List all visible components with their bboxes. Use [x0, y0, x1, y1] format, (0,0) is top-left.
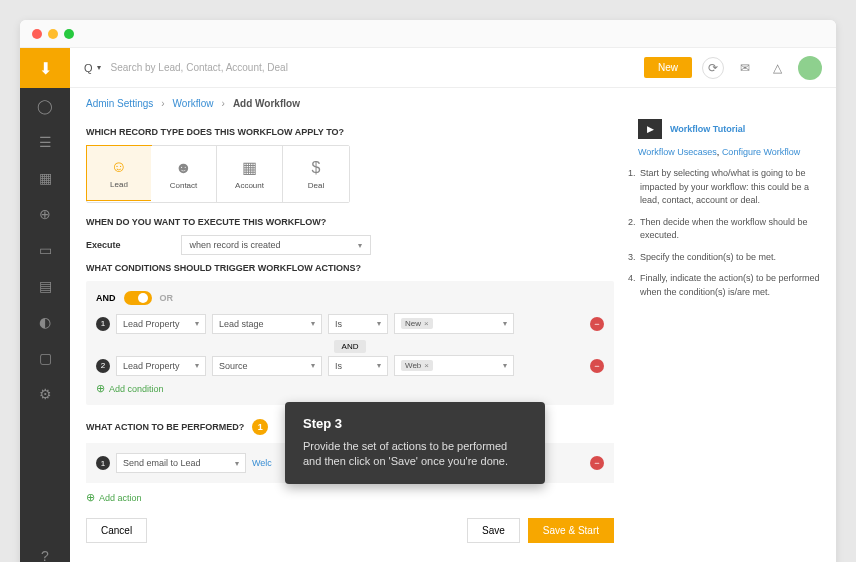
cond-prop-select[interactable]: Lead Property [116, 356, 206, 376]
record-type-contact[interactable]: ☻Contact [151, 146, 217, 202]
min-dot[interactable] [48, 29, 58, 39]
cond-op-select[interactable]: Is [328, 356, 388, 376]
cond-field-select[interactable]: Lead stage [212, 314, 322, 334]
cond-field-select[interactable]: Source [212, 356, 322, 376]
nav-help-icon[interactable]: ? [20, 538, 70, 562]
cancel-button[interactable]: Cancel [86, 518, 147, 543]
add-condition-link[interactable]: Add condition [96, 382, 604, 395]
record-type-account[interactable]: ▦Account [217, 146, 283, 202]
delete-condition-button[interactable]: − [590, 359, 604, 373]
condition-join: AND [334, 340, 367, 353]
new-button[interactable]: New [644, 57, 692, 78]
help-step: Then decide when the workflow should be … [638, 216, 820, 243]
or-label: OR [160, 293, 174, 303]
record-type-deal[interactable]: $Deal [283, 146, 349, 202]
help-step: Finally, indicate the action(s) to be pe… [638, 272, 820, 299]
close-dot[interactable] [32, 29, 42, 39]
nav-analytics-icon[interactable]: ◐ [20, 304, 70, 340]
tutorial-link[interactable]: Workflow Tutorial [670, 124, 745, 134]
condition-row-1: 1 Lead Property Lead stage Is New − [96, 313, 604, 334]
and-label: AND [96, 293, 116, 303]
configure-link[interactable]: Configure Workflow [722, 147, 800, 157]
add-action-link[interactable]: Add action [86, 491, 614, 504]
record-type-selector: ☺Lead ☻Contact ▦Account $Deal [86, 145, 350, 203]
delete-condition-button[interactable]: − [590, 317, 604, 331]
onboarding-tooltip: Step 3 Provide the set of actions to be … [285, 402, 545, 484]
cond-val-select[interactable]: New [394, 313, 514, 334]
quick-menu[interactable]: Q▾ [84, 62, 101, 74]
nav-display-icon[interactable]: ▢ [20, 340, 70, 376]
mail-icon[interactable]: ✉ [734, 57, 756, 79]
app-logo[interactable]: ⬇ [20, 48, 70, 88]
usecases-link[interactable]: Workflow Usecases [638, 147, 717, 157]
max-dot[interactable] [64, 29, 74, 39]
user-avatar[interactable] [798, 56, 822, 80]
lead-icon: ☺ [111, 158, 127, 176]
condition-number: 1 [96, 317, 110, 331]
nav-settings-icon[interactable]: ⚙ [20, 376, 70, 412]
section-execute: WHEN DO YOU WANT TO EXECUTE THIS WORKFLO… [86, 217, 614, 227]
action-type-select[interactable]: Send email to Lead [116, 453, 246, 473]
side-navigation: ⬇ ◯ ☰ ▦ ⊕ ▭ ▤ ◐ ▢ ⚙ ? [20, 48, 70, 562]
nav-accounts-icon[interactable]: ▦ [20, 160, 70, 196]
refresh-icon[interactable]: ⟳ [702, 57, 724, 79]
breadcrumb-current: Add Workflow [233, 98, 300, 109]
breadcrumb: Admin Settings › Workflow › Add Workflow [70, 88, 836, 119]
cond-val-select[interactable]: Web [394, 355, 514, 376]
help-sidebar: ▶ Workflow Tutorial Workflow Usecases, C… [630, 119, 820, 562]
condition-number: 2 [96, 359, 110, 373]
top-bar: Q▾ Search by Lead, Contact, Account, Dea… [70, 48, 836, 88]
execute-select[interactable]: when record is created [181, 235, 371, 255]
nav-user-icon[interactable]: ◯ [20, 88, 70, 124]
action-step-badge: 1 [252, 419, 268, 435]
deal-icon: $ [312, 159, 321, 177]
nav-deals-icon[interactable]: ⊕ [20, 196, 70, 232]
cond-prop-select[interactable]: Lead Property [116, 314, 206, 334]
execute-label: Execute [86, 240, 121, 250]
contact-icon: ☻ [175, 159, 192, 177]
action-number: 1 [96, 456, 110, 470]
nav-contacts-icon[interactable]: ☰ [20, 124, 70, 160]
delete-action-button[interactable]: − [590, 456, 604, 470]
save-start-button[interactable]: Save & Start [528, 518, 614, 543]
window-titlebar [20, 20, 836, 48]
section-conditions: WHAT CONDITIONS SHOULD TRIGGER WORKFLOW … [86, 263, 614, 273]
account-icon: ▦ [242, 158, 257, 177]
section-actions: WHAT ACTION TO BE PERFORMED? [86, 422, 244, 432]
section-record-type: WHICH RECORD TYPE DOES THIS WORKFLOW APP… [86, 127, 614, 137]
chevron-right-icon: › [222, 98, 225, 109]
chevron-right-icon: › [161, 98, 164, 109]
search-input[interactable]: Search by Lead, Contact, Account, Deal [111, 62, 634, 73]
play-icon[interactable]: ▶ [638, 119, 662, 139]
and-or-toggle[interactable] [124, 291, 152, 305]
tooltip-body: Provide the set of actions to be perform… [303, 439, 527, 470]
nav-reports-icon[interactable]: ▭ [20, 232, 70, 268]
record-type-lead[interactable]: ☺Lead [86, 145, 152, 201]
action-template-link[interactable]: Welc [252, 458, 272, 468]
breadcrumb-workflow[interactable]: Workflow [173, 98, 214, 109]
conditions-block: AND OR 1 Lead Property Lead stage Is New… [86, 281, 614, 405]
cond-op-select[interactable]: Is [328, 314, 388, 334]
condition-row-2: 2 Lead Property Source Is Web − [96, 355, 604, 376]
breadcrumb-admin[interactable]: Admin Settings [86, 98, 153, 109]
nav-calendar-icon[interactable]: ▤ [20, 268, 70, 304]
help-step: Specify the condition(s) to be met. [638, 251, 820, 265]
bell-icon[interactable]: △ [766, 57, 788, 79]
help-steps: Start by selecting who/what is going to … [638, 167, 820, 299]
help-step: Start by selecting who/what is going to … [638, 167, 820, 208]
tooltip-title: Step 3 [303, 416, 527, 431]
save-button[interactable]: Save [467, 518, 520, 543]
